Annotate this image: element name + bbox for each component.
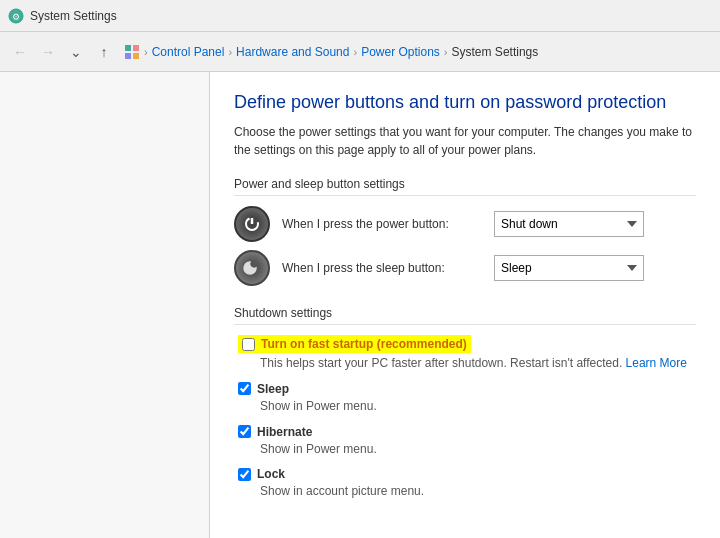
back-button[interactable]: ←	[8, 40, 32, 64]
lock-checkbox[interactable]	[238, 468, 251, 481]
control-panel-icon	[124, 44, 140, 60]
sep-1: ›	[144, 46, 148, 58]
main-container: Define power buttons and turn on passwor…	[0, 72, 720, 538]
hibernate-description: Show in Power menu.	[260, 441, 696, 458]
fast-startup-checkbox[interactable]	[242, 338, 255, 351]
sep-3: ›	[353, 46, 357, 58]
svg-rect-4	[125, 53, 131, 59]
power-symbol	[242, 214, 262, 234]
fast-startup-label[interactable]: Turn on fast startup (recommended)	[261, 337, 467, 351]
sleep-button-row: When I press the sleep button: Sleep Do …	[234, 250, 696, 286]
sleep-row: Sleep	[238, 382, 696, 396]
sleep-icon	[234, 250, 270, 286]
sleep-checkbox[interactable]	[238, 382, 251, 395]
fast-startup-item: Turn on fast startup (recommended) This …	[234, 335, 696, 372]
sleep-description: Show in Power menu.	[260, 398, 696, 415]
app-icon: ⚙	[8, 8, 24, 24]
nav-bar: ← → ⌄ ↑ › Control Panel › Hardware and S…	[0, 32, 720, 72]
dropdown-button[interactable]: ⌄	[64, 40, 88, 64]
sleep-button-select[interactable]: Sleep Do nothing Hibernate Shut down	[494, 255, 644, 281]
sep-2: ›	[228, 46, 232, 58]
fast-startup-row: Turn on fast startup (recommended)	[238, 335, 471, 353]
hibernate-row: Hibernate	[238, 425, 696, 439]
power-button-label: When I press the power button:	[282, 217, 482, 231]
hibernate-checkbox[interactable]	[238, 425, 251, 438]
up-button[interactable]: ↑	[92, 40, 116, 64]
breadcrumb-power-options[interactable]: Power Options	[361, 45, 440, 59]
title-bar: ⚙ System Settings	[0, 0, 720, 32]
hibernate-label[interactable]: Hibernate	[257, 425, 312, 439]
power-button-select[interactable]: Shut down Do nothing Sleep Hibernate Tur…	[494, 211, 644, 237]
sleep-item: Sleep Show in Power menu.	[234, 382, 696, 415]
lock-description: Show in account picture menu.	[260, 483, 696, 500]
sidebar	[0, 72, 210, 538]
shutdown-section: Shutdown settings Turn on fast startup (…	[234, 306, 696, 500]
fast-startup-description: This helps start your PC faster after sh…	[260, 355, 696, 372]
sep-4: ›	[444, 46, 448, 58]
learn-more-link[interactable]: Learn More	[626, 356, 687, 370]
breadcrumb-hardware-sound[interactable]: Hardware and Sound	[236, 45, 349, 59]
window-title: System Settings	[30, 9, 117, 23]
breadcrumb: › Control Panel › Hardware and Sound › P…	[124, 44, 538, 60]
forward-button[interactable]: →	[36, 40, 60, 64]
page-description: Choose the power settings that you want …	[234, 123, 694, 159]
power-button-row: When I press the power button: Shut down…	[234, 206, 696, 242]
svg-rect-5	[133, 53, 139, 59]
sleep-symbol	[242, 258, 262, 278]
lock-item: Lock Show in account picture menu.	[234, 467, 696, 500]
content-area: Define power buttons and turn on passwor…	[210, 72, 720, 538]
power-sleep-section: Power and sleep button settings When I p…	[234, 177, 696, 286]
lock-label[interactable]: Lock	[257, 467, 285, 481]
shutdown-header: Shutdown settings	[234, 306, 696, 325]
sleep-label[interactable]: Sleep	[257, 382, 289, 396]
lock-row: Lock	[238, 467, 696, 481]
svg-text:⚙: ⚙	[12, 12, 20, 22]
page-title: Define power buttons and turn on passwor…	[234, 92, 696, 113]
breadcrumb-control-panel[interactable]: Control Panel	[152, 45, 225, 59]
breadcrumb-system-settings: System Settings	[452, 45, 539, 59]
svg-rect-3	[133, 45, 139, 51]
svg-rect-2	[125, 45, 131, 51]
power-icon	[234, 206, 270, 242]
sleep-button-label: When I press the sleep button:	[282, 261, 482, 275]
hibernate-item: Hibernate Show in Power menu.	[234, 425, 696, 458]
power-sleep-header: Power and sleep button settings	[234, 177, 696, 196]
